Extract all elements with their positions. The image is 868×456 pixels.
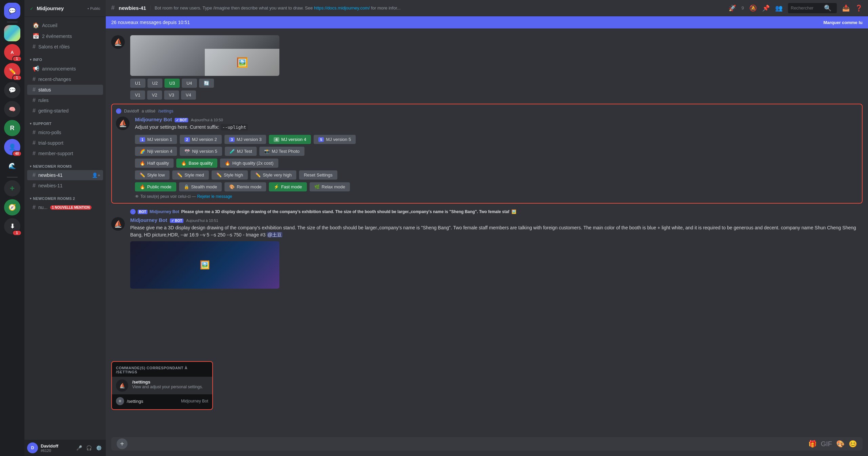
nav-accueil[interactable]: 🏠 Accueil xyxy=(27,20,103,30)
autocomplete-add-icon[interactable]: + xyxy=(116,397,124,405)
high-quality-btn[interactable]: 🔥 High quality (2x cost) xyxy=(220,159,278,168)
u2-button[interactable]: U2 xyxy=(147,79,163,88)
channel-label: newbies-41 xyxy=(38,172,63,178)
v3-num: 3 xyxy=(229,137,235,142)
bot-message-row: ⛵ Midjourney Bot ✓ BOT Aujourd'hui à 10:… xyxy=(116,117,858,199)
mj-version-4-btn[interactable]: 4 MJ version 4 xyxy=(269,135,311,144)
niji-v5-label: Niji version 5 xyxy=(192,149,217,154)
channel-newcomer-other[interactable]: # nu... 1 NOUVELLE MENTION xyxy=(27,202,103,212)
reset-settings-btn[interactable]: Reset Settings xyxy=(299,170,337,180)
autocomplete-item-settings[interactable]: ⛵ /settings View and adjust your persona… xyxy=(112,377,212,394)
category-newcomer-rooms[interactable]: ▾ NEWCOMER ROOMS xyxy=(24,159,106,170)
channel-recent-changes[interactable]: # recent-changes xyxy=(27,74,103,84)
reject-link[interactable]: Rejeter le message xyxy=(197,194,232,199)
settings-icon[interactable]: ⚙️ xyxy=(95,444,103,452)
channel-newbies-41[interactable]: # newbies-41 👤+ xyxy=(27,170,103,180)
mj-version-3-btn[interactable]: 3 MJ version 3 xyxy=(224,135,267,144)
channel-trial-support[interactable]: # trial-support xyxy=(27,138,103,148)
u1-button[interactable]: U1 xyxy=(130,79,145,88)
v4-button[interactable]: V4 xyxy=(181,90,196,100)
server-icon-midjourney[interactable] xyxy=(4,25,20,41)
add-member-icon[interactable]: 👤+ xyxy=(92,172,100,178)
category-arrow: ▾ xyxy=(30,58,32,61)
channel-micro-polls[interactable]: # micro-polls xyxy=(27,127,103,138)
mj-version-5-btn[interactable]: 5 MJ version 5 xyxy=(314,135,356,144)
channel-label: announcements xyxy=(42,66,76,71)
explore-button[interactable]: 🧭 xyxy=(4,199,20,215)
mj-version-1-btn[interactable]: 1 MJ version 1 xyxy=(135,135,177,144)
add-server-button[interactable]: + xyxy=(4,180,20,196)
category-newcomer-rooms-2[interactable]: ▾ NEWCOMER ROOMS 2 xyxy=(24,191,106,202)
emoji-icon[interactable]: 😊 xyxy=(849,440,857,448)
nav-evenements[interactable]: 📅 2 événements xyxy=(27,31,103,41)
server-icon-d[interactable]: 🧠 xyxy=(4,101,20,117)
members-icon[interactable]: 👥 xyxy=(775,4,783,12)
bot-author: Midjourney Bot xyxy=(135,117,172,122)
channel-newbies-11[interactable]: # newbies-11 xyxy=(27,181,103,191)
server-icon-e[interactable]: R xyxy=(4,120,20,136)
settings-panel: 1 MJ version 1 2 MJ version 2 3 MJ versi… xyxy=(135,135,356,191)
channel-member-support[interactable]: # member-support xyxy=(27,148,103,159)
style-med-btn[interactable]: ✏️ Style med xyxy=(172,170,209,180)
server-icon-b[interactable]: ✏️ xyxy=(4,63,20,79)
sticker-icon[interactable]: 🎨 xyxy=(836,440,845,448)
mj-version-2-btn[interactable]: 2 MJ version 2 xyxy=(180,135,222,144)
pin-icon[interactable]: 📌 xyxy=(762,4,770,12)
v3-button[interactable]: V3 xyxy=(164,90,179,100)
base-quality-btn[interactable]: 🔥 Base quality xyxy=(176,159,217,168)
fast-mode-btn[interactable]: ⚡ Fast mode xyxy=(269,182,307,191)
v2-button[interactable]: V2 xyxy=(147,90,162,100)
relax-mode-btn[interactable]: 🌿 Relax mode xyxy=(310,182,350,191)
gif-icon[interactable]: GIF xyxy=(821,440,832,448)
emoji-gif-icon[interactable]: 🎁 xyxy=(808,440,817,448)
mj-test-btn[interactable]: 🧪 MJ Test xyxy=(225,147,257,156)
server-icon-g[interactable]: 🌊 xyxy=(4,158,20,174)
deafen-icon[interactable]: 🎧 xyxy=(85,444,93,452)
message-text-input[interactable] xyxy=(132,437,804,451)
server-icon-c[interactable]: 💬 xyxy=(4,82,20,98)
mute-icon[interactable]: 🎤 xyxy=(75,444,83,452)
niji-v5-btn[interactable]: 🎌 Niji version 5 xyxy=(180,147,222,156)
category-support-label: SUPPORT xyxy=(33,122,52,126)
category-arrow: ▾ xyxy=(30,197,32,200)
category-support[interactable]: ▾ SUPPORT xyxy=(24,116,106,127)
channel-announcements[interactable]: 📢 announcements xyxy=(27,63,103,74)
inbox-icon[interactable]: 📥 xyxy=(842,4,850,12)
boost-icon[interactable]: 🚀 xyxy=(729,4,736,12)
server-icon-discord[interactable]: 💬 xyxy=(4,3,20,19)
style-high-btn[interactable]: ✏️ Style high xyxy=(212,170,248,180)
v1-button[interactable]: V1 xyxy=(130,90,145,100)
user-info: Davidoff #6120 xyxy=(41,443,72,453)
niji-v4-icon: 🌈 xyxy=(140,149,145,154)
style-very-high-icon: ✏️ xyxy=(255,172,261,178)
style-low-btn[interactable]: ✏️ Style low xyxy=(135,170,170,180)
channel-status[interactable]: # status xyxy=(27,85,103,95)
add-attachment-button[interactable]: + xyxy=(117,438,127,449)
channel-getting-started[interactable]: # getting-started xyxy=(27,106,103,116)
half-quality-btn[interactable]: 🔥 Half quality xyxy=(135,159,174,168)
mj-test-photo-btn[interactable]: 📸 MJ Test Photo xyxy=(259,147,304,156)
remix-mode-btn[interactable]: 🎨 Remix mode xyxy=(224,182,266,191)
docs-link[interactable]: https://docs.midjourney.com/ xyxy=(314,5,370,11)
bell-slash-icon[interactable]: 🔕 xyxy=(749,4,757,12)
bot-full-text: Please give me a 3D display design drawi… xyxy=(130,224,863,239)
u3-button[interactable]: U3 xyxy=(164,79,180,88)
public-mode-btn[interactable]: 🔥 Public mode xyxy=(135,182,176,191)
mark-read-button[interactable]: Marquer comme lu xyxy=(823,20,863,25)
download-button[interactable]: ⬇ xyxy=(4,218,20,234)
help-icon[interactable]: ❓ xyxy=(855,4,863,12)
category-info[interactable]: ▾ INFO xyxy=(24,52,106,63)
refresh-button[interactable]: 🔄 xyxy=(199,79,214,88)
style-very-high-btn[interactable]: ✏️ Style very high xyxy=(251,170,296,180)
search-input[interactable] xyxy=(791,5,821,11)
server-icon-a[interactable]: A xyxy=(4,44,20,60)
niji-v4-btn[interactable]: 🌈 Niji version 4 xyxy=(135,147,177,156)
server-icon-f[interactable]: 👤 xyxy=(4,139,20,155)
search-icon[interactable]: 🔍 xyxy=(824,4,831,12)
nav-salons-roles[interactable]: # Salons et rôles xyxy=(27,42,103,52)
channel-rules[interactable]: # rules xyxy=(27,95,103,105)
messages-area[interactable]: ⛵ 🖼️ U1 U2 U3 U4 🔄 V1 xyxy=(106,28,868,437)
u4-button[interactable]: U4 xyxy=(182,79,197,88)
server-header[interactable]: ✓ Midjourney • Public xyxy=(24,0,106,17)
stealth-mode-btn[interactable]: 🔒 Stealth mode xyxy=(179,182,222,191)
